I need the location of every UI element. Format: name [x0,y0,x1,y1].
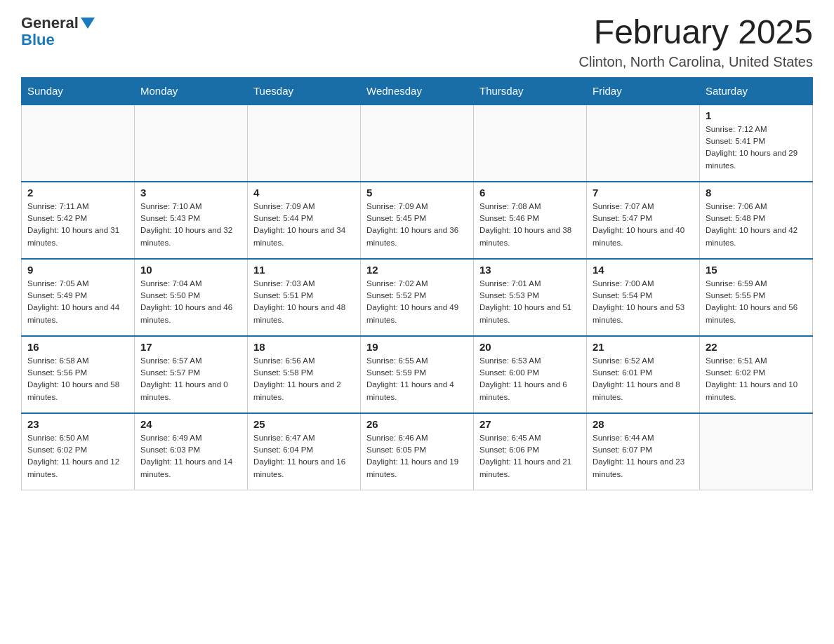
location-title: Clinton, North Carolina, United States [579,54,814,70]
calendar-cell: 14Sunrise: 7:00 AMSunset: 5:54 PMDayligh… [587,259,700,336]
day-info: Sunrise: 7:03 AMSunset: 5:51 PMDaylight:… [253,278,355,326]
day-info: Sunrise: 6:55 AMSunset: 5:59 PMDaylight:… [366,355,468,403]
column-header-wednesday: Wednesday [361,77,474,105]
header: General Blue February 2025 Clinton, Nort… [21,14,813,70]
day-number: 3 [140,187,241,199]
day-info: Sunrise: 6:53 AMSunset: 6:00 PMDaylight:… [479,355,581,403]
day-info: Sunrise: 7:11 AMSunset: 5:42 PMDaylight:… [27,201,128,249]
calendar-cell [135,105,248,182]
day-number: 14 [593,264,694,276]
title-area: February 2025 Clinton, North Carolina, U… [579,14,814,70]
day-info: Sunrise: 7:12 AMSunset: 5:41 PMDaylight:… [706,123,807,172]
day-info: Sunrise: 6:52 AMSunset: 6:01 PMDaylight:… [593,355,694,403]
column-header-sunday: Sunday [22,77,135,105]
calendar-cell: 24Sunrise: 6:49 AMSunset: 6:03 PMDayligh… [135,413,248,490]
day-info: Sunrise: 6:58 AMSunset: 5:56 PMDaylight:… [27,355,128,403]
logo: General Blue [21,14,95,49]
day-number: 26 [366,418,468,430]
calendar-cell [587,105,700,182]
calendar-cell: 22Sunrise: 6:51 AMSunset: 6:02 PMDayligh… [700,336,813,413]
day-number: 7 [593,187,694,199]
day-info: Sunrise: 7:08 AMSunset: 5:46 PMDaylight:… [479,201,581,249]
calendar-cell: 10Sunrise: 7:04 AMSunset: 5:50 PMDayligh… [135,259,248,336]
calendar-cell: 27Sunrise: 6:45 AMSunset: 6:06 PMDayligh… [474,413,587,490]
calendar-cell: 23Sunrise: 6:50 AMSunset: 6:02 PMDayligh… [22,413,135,490]
day-info: Sunrise: 7:05 AMSunset: 5:49 PMDaylight:… [27,278,128,326]
calendar-cell [22,105,135,182]
calendar-cell: 17Sunrise: 6:57 AMSunset: 5:57 PMDayligh… [135,336,248,413]
day-info: Sunrise: 7:04 AMSunset: 5:50 PMDaylight:… [140,278,241,326]
day-info: Sunrise: 7:09 AMSunset: 5:44 PMDaylight:… [253,201,355,249]
day-info: Sunrise: 6:56 AMSunset: 5:58 PMDaylight:… [253,355,355,403]
week-row-3: 9Sunrise: 7:05 AMSunset: 5:49 PMDaylight… [22,259,813,336]
day-info: Sunrise: 7:10 AMSunset: 5:43 PMDaylight:… [140,201,241,249]
day-number: 24 [140,418,241,430]
day-info: Sunrise: 6:57 AMSunset: 5:57 PMDaylight:… [140,355,241,403]
calendar-cell: 4Sunrise: 7:09 AMSunset: 5:44 PMDaylight… [248,182,361,259]
day-info: Sunrise: 6:47 AMSunset: 6:04 PMDaylight:… [253,432,355,481]
calendar-cell: 18Sunrise: 6:56 AMSunset: 5:58 PMDayligh… [248,336,361,413]
day-number: 10 [140,264,241,276]
column-header-saturday: Saturday [700,77,813,105]
day-number: 2 [27,187,128,199]
day-number: 11 [253,264,355,276]
day-number: 12 [366,264,468,276]
logo-blue-text: Blue [21,31,55,49]
week-row-5: 23Sunrise: 6:50 AMSunset: 6:02 PMDayligh… [22,413,813,490]
calendar-cell [474,105,587,182]
day-number: 18 [253,341,355,353]
day-number: 23 [27,418,128,430]
day-info: Sunrise: 6:46 AMSunset: 6:05 PMDaylight:… [366,432,468,481]
day-number: 15 [706,264,807,276]
day-info: Sunrise: 6:59 AMSunset: 5:55 PMDaylight:… [706,278,807,326]
calendar-cell: 7Sunrise: 7:07 AMSunset: 5:47 PMDaylight… [587,182,700,259]
calendar-cell: 6Sunrise: 7:08 AMSunset: 5:46 PMDaylight… [474,182,587,259]
day-info: Sunrise: 7:00 AMSunset: 5:54 PMDaylight:… [593,278,694,326]
day-number: 28 [593,418,694,430]
calendar-cell: 21Sunrise: 6:52 AMSunset: 6:01 PMDayligh… [587,336,700,413]
day-number: 22 [706,341,807,353]
week-row-2: 2Sunrise: 7:11 AMSunset: 5:42 PMDaylight… [22,182,813,259]
calendar-cell: 2Sunrise: 7:11 AMSunset: 5:42 PMDaylight… [22,182,135,259]
day-info: Sunrise: 7:02 AMSunset: 5:52 PMDaylight:… [366,278,468,326]
calendar: SundayMondayTuesdayWednesdayThursdayFrid… [21,77,813,491]
week-row-1: 1Sunrise: 7:12 AMSunset: 5:41 PMDaylight… [22,105,813,182]
calendar-cell [700,413,813,490]
day-number: 5 [366,187,468,199]
day-info: Sunrise: 7:09 AMSunset: 5:45 PMDaylight:… [366,201,468,249]
calendar-cell: 15Sunrise: 6:59 AMSunset: 5:55 PMDayligh… [700,259,813,336]
calendar-cell: 26Sunrise: 6:46 AMSunset: 6:05 PMDayligh… [361,413,474,490]
day-info: Sunrise: 6:50 AMSunset: 6:02 PMDaylight:… [27,432,128,481]
day-number: 8 [706,187,807,199]
column-header-friday: Friday [587,77,700,105]
calendar-cell [248,105,361,182]
column-header-tuesday: Tuesday [248,77,361,105]
calendar-cell: 3Sunrise: 7:10 AMSunset: 5:43 PMDaylight… [135,182,248,259]
day-number: 1 [706,109,807,121]
calendar-cell: 20Sunrise: 6:53 AMSunset: 6:00 PMDayligh… [474,336,587,413]
calendar-header-row: SundayMondayTuesdayWednesdayThursdayFrid… [22,77,813,105]
calendar-cell: 13Sunrise: 7:01 AMSunset: 5:53 PMDayligh… [474,259,587,336]
week-row-4: 16Sunrise: 6:58 AMSunset: 5:56 PMDayligh… [22,336,813,413]
calendar-cell [361,105,474,182]
logo-general-text: General [21,14,79,32]
day-info: Sunrise: 6:45 AMSunset: 6:06 PMDaylight:… [479,432,581,481]
day-number: 21 [593,341,694,353]
day-number: 25 [253,418,355,430]
day-info: Sunrise: 7:01 AMSunset: 5:53 PMDaylight:… [479,278,581,326]
calendar-cell: 1Sunrise: 7:12 AMSunset: 5:41 PMDaylight… [700,105,813,182]
calendar-cell: 8Sunrise: 7:06 AMSunset: 5:48 PMDaylight… [700,182,813,259]
calendar-cell: 25Sunrise: 6:47 AMSunset: 6:04 PMDayligh… [248,413,361,490]
calendar-cell: 9Sunrise: 7:05 AMSunset: 5:49 PMDaylight… [22,259,135,336]
month-title: February 2025 [579,14,814,51]
calendar-cell: 11Sunrise: 7:03 AMSunset: 5:51 PMDayligh… [248,259,361,336]
logo-general: General [21,14,95,32]
day-info: Sunrise: 7:06 AMSunset: 5:48 PMDaylight:… [706,201,807,249]
day-number: 20 [479,341,581,353]
day-info: Sunrise: 7:07 AMSunset: 5:47 PMDaylight:… [593,201,694,249]
day-number: 9 [27,264,128,276]
day-number: 17 [140,341,241,353]
calendar-cell: 12Sunrise: 7:02 AMSunset: 5:52 PMDayligh… [361,259,474,336]
day-info: Sunrise: 6:49 AMSunset: 6:03 PMDaylight:… [140,432,241,481]
day-number: 13 [479,264,581,276]
